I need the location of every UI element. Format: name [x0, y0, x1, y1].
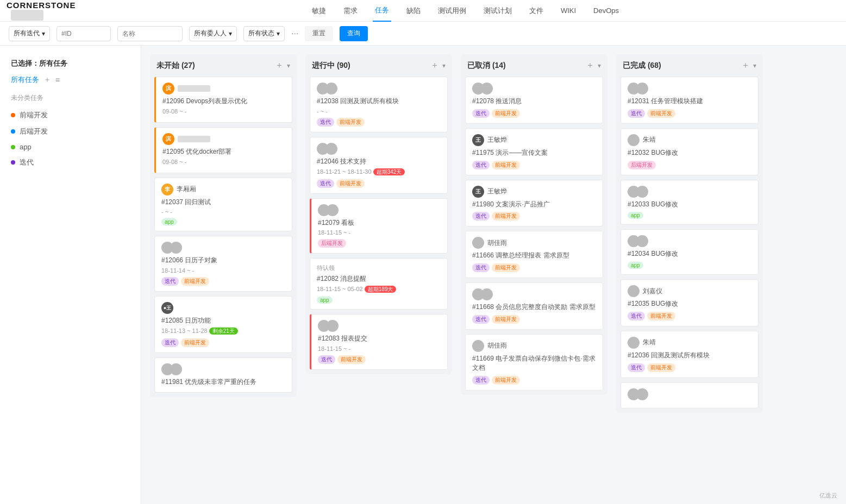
col-cancelled-collapse[interactable]: ▾ — [598, 62, 601, 70]
card-12032[interactable]: 朱靖 #12032 BUG修改 后端开发 — [621, 128, 759, 175]
card-12085-date: 18-11-13 ~ 11-28 剩余21天 — [161, 327, 285, 335]
card-11980-name: 王敏烨 — [487, 187, 507, 196]
reset-button[interactable]: 重置 — [305, 26, 333, 41]
assignee-select[interactable]: 所有委人人 ▾ — [189, 26, 237, 41]
card-11975-name: 王敏烨 — [487, 135, 507, 144]
nav-item-wiki[interactable]: WIKI — [559, 0, 578, 22]
card-12036[interactable]: 朱靖 #12036 回测及测试所有模块 迭代 前端开发 — [621, 331, 759, 378]
card-12046[interactable]: #12046 技术支持 18-11-21 ~ 18-11-30 超期342天 迭… — [310, 137, 448, 194]
col-not-started-cards: 滨 #12096 Devops列表显示优化 09-08 ~ - 滨 #12095… — [150, 77, 297, 397]
card-12082[interactable]: 待认领 #12082 消息提醒 18-11-15 ~ 05-02 超期189大 … — [310, 258, 448, 310]
card-12095-id: #12095 优化docker部署 — [162, 147, 285, 156]
nav-item-testcases[interactable]: 测试用例 — [436, 0, 468, 22]
card-12035[interactable]: 刘嘉仪 #12035 BUG修改 迭代 前端开发 — [621, 279, 759, 326]
card-12095-date: 09-08 ~ - — [162, 159, 285, 165]
card-12095[interactable]: 滨 #12095 优化docker部署 09-08 ~ - — [154, 127, 292, 173]
card-11666-tags: 迭代 前端开发 — [472, 263, 596, 272]
card-12031-top — [628, 83, 751, 94]
col-in-progress-collapse[interactable]: ▾ — [442, 62, 446, 70]
sidebar-category-iteration[interactable]: 迭代 — [0, 154, 141, 171]
card-12085-remaining: 剩余21天 — [209, 327, 238, 335]
card-12037[interactable]: 李 李厢厢 #12037 回归测试 - ~ - app — [154, 178, 292, 232]
card-12037-tags: app — [161, 218, 285, 225]
card-12066-id: #12066 日历子对象 — [161, 256, 285, 265]
card-12034-top — [628, 235, 751, 247]
card-11980-top: 王 王敏烨 — [472, 186, 596, 198]
card-11668-id: #11668 会员信息完整度自动奖励 需求原型 — [472, 303, 596, 312]
search-button[interactable]: 查询 — [340, 26, 368, 41]
card-12038-date: - ~ - — [317, 108, 441, 115]
col-done-title: 已完成 (68) — [623, 61, 738, 71]
card-12096[interactable]: 滨 #12096 Devops列表显示优化 09-08 ~ - — [154, 77, 292, 123]
sidebar-all-tasks-row: 所有任务 ＋ ≡ — [0, 73, 141, 91]
col-in-progress-add[interactable]: ＋ — [430, 60, 439, 71]
nav-item-testplan[interactable]: 测试计划 — [481, 0, 514, 22]
card-11669[interactable]: 胡佳雨 #11669 电子发票自动保存到微信卡包·需求文档 迭代 前端开发 — [465, 334, 603, 390]
card-12033[interactable]: #12033 BUG修改 app — [621, 180, 759, 225]
card-12031[interactable]: #12031 任务管理模块搭建 迭代 前端开发 — [621, 77, 759, 124]
card-12046-date: 18-11-21 ~ 18-11-30 超期342天 — [317, 168, 441, 176]
card-12038[interactable]: #12038 回测及测试所有模块 - ~ - 迭代 前端开发 — [310, 77, 448, 133]
col-done-collapse[interactable]: ▾ — [753, 62, 756, 70]
card-12083-top — [318, 320, 441, 332]
nav-item-files[interactable]: 文件 — [527, 0, 546, 22]
sidebar-category-backend[interactable]: 后端开发 — [0, 123, 141, 140]
card-12037-top: 李 李厢厢 — [161, 184, 285, 196]
status-select[interactable]: 所有状态 ▾ — [243, 26, 285, 41]
card-12085[interactable]: ●王 #12085 日历功能 18-11-13 ~ 11-28 剩余21天 迭代… — [154, 296, 292, 353]
card-11666[interactable]: 胡佳雨 #11666 调整总经理报表 需求原型 迭代 前端开发 — [465, 231, 603, 278]
card-12095-avatar: 滨 — [162, 133, 174, 145]
sidebar-list-icon[interactable]: ≡ — [55, 75, 60, 84]
id-input[interactable] — [57, 26, 111, 41]
card-12066-avatar2 — [170, 242, 182, 254]
card-11981[interactable]: #11981 优先级未非常严重的任务 — [154, 357, 292, 393]
card-12036-avatar — [628, 337, 640, 349]
sidebar-category-frontend[interactable]: 前端开发 — [0, 107, 141, 123]
card-12078[interactable]: #12078 推送消息 迭代 前端开发 — [465, 77, 603, 124]
tag-iteration: 迭代 — [161, 277, 179, 286]
name-input[interactable] — [117, 26, 183, 41]
col-cancelled-title: 已取消 (14) — [467, 61, 582, 71]
card-12066[interactable]: #12066 日历子对象 18-11-14 ~ - 迭代 前端开发 — [154, 236, 292, 292]
card-12034[interactable]: #12034 BUG修改 app — [621, 229, 759, 275]
card-12078-top — [472, 83, 596, 94]
card-11668[interactable]: #11668 会员信息完整度自动奖励 需求原型 迭代 前端开发 — [465, 282, 603, 330]
card-11975[interactable]: 王 王敏烨 #11975 演示——宣传文案 迭代 前端开发 — [465, 128, 603, 175]
card-12079-date: 18-11-15 ~ - — [318, 229, 441, 236]
nav-item-tasks[interactable]: 任务 — [373, 0, 391, 22]
sidebar-add-icon[interactable]: ＋ — [43, 75, 51, 85]
card-12046-id: #12046 技术支持 — [317, 157, 441, 166]
col-done: 已完成 (68) ＋ ▾ #12031 任务管理模块搭建 迭代 — [616, 54, 763, 413]
sidebar-category-app[interactable]: app — [0, 140, 141, 154]
nav-item-requirements[interactable]: 需求 — [341, 0, 360, 22]
card-12035-top: 刘嘉仪 — [628, 285, 751, 297]
card-11980[interactable]: 王 王敏烨 #11980 文案演示·产品推广 迭代 前端开发 — [465, 180, 603, 227]
col-cancelled-add[interactable]: ＋ — [586, 60, 594, 71]
card-12096-top: 滨 — [162, 83, 285, 94]
card-12079-top — [318, 204, 441, 216]
sidebar-all-tasks-link[interactable]: 所有任务 — [11, 75, 39, 85]
col-not-started-add[interactable]: ＋ — [275, 60, 284, 71]
tag-frontend: 前端开发 — [181, 277, 209, 286]
card-12046-overdue: 超期342天 — [373, 168, 405, 175]
card-12035-tags: 迭代 前端开发 — [628, 312, 751, 320]
card-12033-id: #12033 BUG修改 — [628, 200, 751, 209]
card-12078-id: #12078 推送消息 — [472, 97, 596, 106]
nav-item-devops[interactable]: DevOps — [591, 0, 621, 22]
card-done-extra[interactable] — [621, 382, 759, 408]
card-12083-date: 18-11-15 ~ - — [318, 345, 441, 352]
iteration-select[interactable]: 所有迭代 ▾ — [9, 26, 50, 41]
col-not-started-collapse[interactable]: ▾ — [287, 62, 290, 70]
card-11975-avatar: 王 — [472, 134, 484, 146]
card-12079[interactable]: #12079 看板 18-11-15 ~ - 后端开发 — [310, 198, 448, 254]
card-12032-id: #12032 BUG修改 — [628, 148, 751, 158]
col-done-add[interactable]: ＋ — [741, 60, 750, 71]
card-12032-name: 朱靖 — [643, 135, 656, 144]
more-filters-button[interactable]: ··· — [291, 29, 298, 39]
nav-item-bugs[interactable]: 缺陷 — [404, 0, 423, 22]
nav-item-agile[interactable]: 敏捷 — [310, 0, 328, 22]
card-12036-top: 朱靖 — [628, 337, 751, 349]
card-12046-avatars — [317, 143, 337, 155]
card-11666-top: 胡佳雨 — [472, 237, 596, 249]
card-12083[interactable]: #12083 报表提交 18-11-15 ~ - 迭代 前端开发 — [310, 314, 448, 370]
